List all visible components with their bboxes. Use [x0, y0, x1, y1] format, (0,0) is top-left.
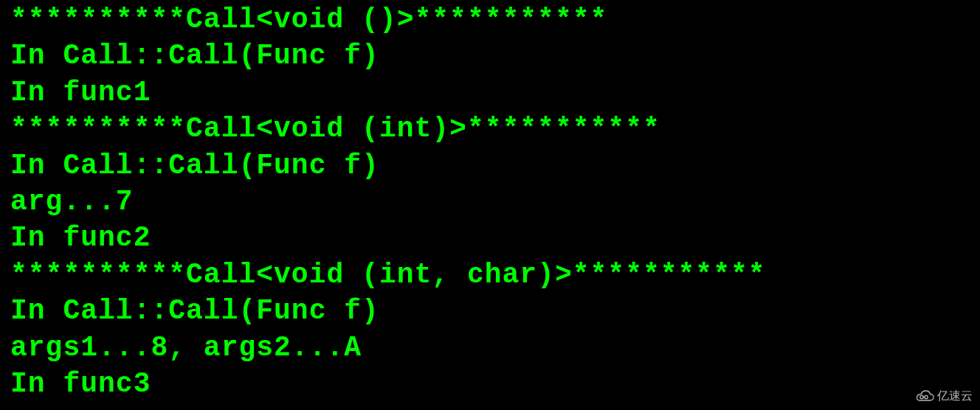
svg-point-0 — [920, 395, 923, 398]
watermark-text: 亿速云 — [937, 389, 973, 404]
terminal-line: arg...7 — [10, 184, 970, 220]
cloud-icon — [915, 390, 934, 403]
terminal-line: In Call::Call(Func f) — [10, 38, 970, 74]
terminal-line: args1...8, args2...A — [10, 330, 970, 366]
terminal-line: In func1 — [10, 74, 970, 111]
terminal-line: In Call::Call(Func f) — [10, 293, 970, 329]
terminal-line: **********Call<void (int, char)>********… — [10, 257, 970, 293]
terminal-line: **********Call<void (int)>*********** — [10, 111, 970, 147]
terminal-line: In Call::Call(Func f) — [10, 147, 970, 184]
svg-point-1 — [925, 395, 928, 398]
terminal-line: **********Call<void ()>*********** — [10, 1, 970, 38]
watermark: 亿速云 — [915, 389, 973, 404]
terminal-line: In func3 — [10, 366, 970, 402]
terminal-output: **********Call<void ()>*********** In Ca… — [10, 1, 970, 402]
terminal-line: In func2 — [10, 220, 970, 256]
